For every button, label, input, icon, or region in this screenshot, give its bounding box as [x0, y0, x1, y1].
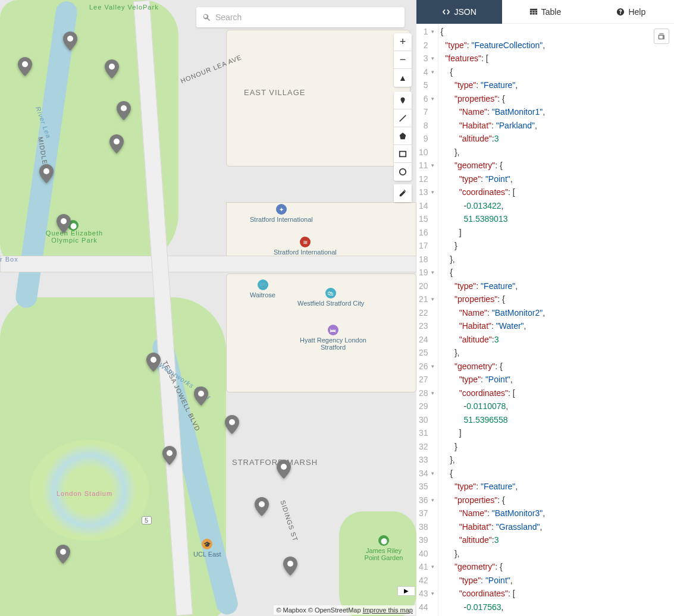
svg-point-5	[121, 105, 127, 111]
svg-point-15	[60, 549, 66, 555]
table-icon	[529, 8, 538, 16]
search-box[interactable]	[196, 7, 405, 27]
map-marker[interactable]	[18, 57, 32, 76]
help-icon	[616, 8, 625, 16]
code-content[interactable]: { "type": "FeatureCollection", "features…	[438, 24, 546, 616]
draw-circle-button[interactable]	[394, 163, 412, 181]
svg-point-2	[67, 36, 73, 42]
code-panel: JSON Table Help 1▾23▾4▾56▾7891011▾1213▾1…	[416, 0, 674, 616]
attribution-improve[interactable]: Improve this map	[363, 606, 413, 614]
svg-point-13	[281, 464, 287, 470]
map-marker[interactable]	[146, 353, 161, 372]
attribution-mapbox[interactable]: © Mapbox	[276, 606, 306, 614]
json-editor[interactable]: 1▾23▾4▾56▾7891011▾1213▾141516171819▾2021…	[416, 24, 674, 616]
draw-polygon-button[interactable]	[394, 127, 412, 145]
svg-point-16	[287, 561, 293, 567]
svg-point-9	[151, 357, 156, 363]
map-panel[interactable]: Lee Valley VeloPark HONOUR LEA AVE EAST …	[0, 0, 416, 616]
copy-icon	[657, 32, 666, 40]
map-marker[interactable]	[162, 446, 177, 465]
svg-point-4	[109, 64, 115, 70]
map-marker[interactable]	[194, 386, 208, 406]
map-marker[interactable]	[277, 460, 291, 479]
svg-rect-0	[400, 151, 406, 156]
svg-point-11	[229, 419, 235, 425]
map-marker[interactable]	[283, 557, 297, 576]
edit-button[interactable]	[394, 184, 412, 202]
tab-table-label: Table	[541, 7, 561, 17]
edit-control	[394, 184, 412, 202]
map-marker[interactable]	[39, 164, 54, 183]
svg-point-8	[61, 218, 67, 224]
tab-json[interactable]: JSON	[416, 0, 502, 24]
line-gutter: 1▾23▾4▾56▾7891011▾1213▾141516171819▾2021…	[416, 24, 438, 616]
code-icon	[442, 8, 450, 16]
search-icon	[202, 13, 211, 21]
reset-north-button[interactable]: ▲	[394, 69, 412, 87]
svg-rect-17	[659, 35, 663, 39]
map-marker[interactable]	[225, 415, 239, 434]
draw-line-button[interactable]	[394, 109, 412, 127]
tab-json-label: JSON	[454, 7, 476, 17]
map-attribution: © Mapbox © OpenStreetMap Improve this ma…	[274, 605, 415, 615]
draw-controls	[394, 92, 412, 181]
map-marker[interactable]	[56, 545, 70, 564]
collapse-attribution-button[interactable]: ▶	[397, 586, 415, 596]
zoom-in-button[interactable]: +	[394, 33, 412, 51]
copy-button[interactable]	[654, 29, 669, 44]
draw-point-button[interactable]	[394, 92, 412, 109]
tab-help-label: Help	[628, 7, 645, 17]
map-marker[interactable]	[105, 59, 119, 78]
attribution-osm[interactable]: © OpenStreetMap	[308, 606, 361, 614]
svg-point-6	[114, 139, 120, 144]
zoom-out-button[interactable]: −	[394, 51, 412, 69]
map-marker[interactable]	[117, 101, 131, 120]
svg-point-10	[198, 391, 204, 397]
draw-rectangle-button[interactable]	[394, 145, 412, 163]
svg-point-14	[259, 501, 265, 507]
map-marker[interactable]	[63, 32, 77, 51]
zoom-controls: + − ▲	[394, 33, 412, 87]
map-background	[0, 0, 416, 616]
svg-point-7	[43, 168, 49, 174]
tab-help[interactable]: Help	[588, 0, 674, 24]
svg-point-3	[22, 61, 28, 67]
map-marker[interactable]	[57, 214, 71, 233]
svg-point-12	[167, 450, 173, 456]
tab-table[interactable]: Table	[502, 0, 588, 24]
map-marker[interactable]	[109, 134, 124, 153]
search-input[interactable]	[215, 12, 399, 22]
svg-point-1	[400, 169, 406, 175]
tabs: JSON Table Help	[416, 0, 674, 24]
map-marker[interactable]	[255, 497, 269, 516]
